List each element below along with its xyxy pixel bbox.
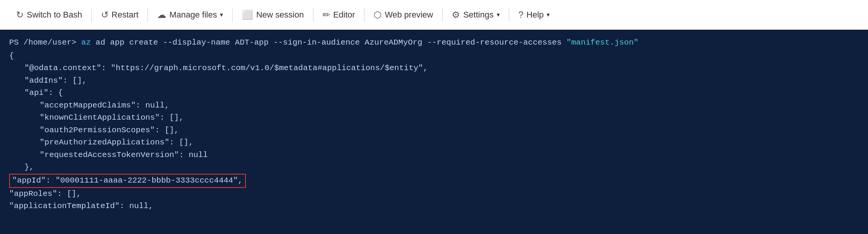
editor-button[interactable]: ✏ Editor	[314, 0, 363, 30]
editor-label: Editor	[333, 10, 355, 20]
json-appid-highlighted: "appId": "00001111-aaaa-2222-bbbb-3333cc…	[9, 174, 246, 188]
json-preauth: "preAuthorizedApplications": [],	[9, 136, 859, 149]
settings-chevron-icon: ▾	[497, 11, 500, 18]
new-session-button[interactable]: ⬜ New session	[233, 0, 312, 30]
json-known-client: "knownClientApplications": [],	[9, 112, 859, 124]
divider-5	[364, 7, 364, 22]
toolbar: ↻ Switch to Bash ↺ Restart ☁ Manage file…	[0, 0, 868, 30]
settings-icon: ⚙	[452, 10, 460, 20]
json-preauth-text: "preAuthorizedApplications": [],	[40, 138, 193, 147]
manage-files-button[interactable]: ☁ Manage files ▾	[149, 0, 231, 30]
prompt-file-arg: "manifest.json"	[566, 38, 639, 47]
editor-icon: ✏	[322, 10, 330, 20]
divider-2	[148, 7, 148, 22]
prompt-args: ad app create --display-name ADT-app --s…	[91, 38, 566, 47]
json-appid-line: "appId": "00001111-aaaa-2222-bbbb-3333cc…	[9, 174, 859, 188]
json-odata: "@odata.context": "https://graph.microso…	[9, 62, 859, 75]
json-approles-text: "appRoles": [],	[9, 189, 81, 198]
terminal[interactable]: PS /home/user> az ad app create --displa…	[0, 30, 868, 234]
settings-label: Settings	[463, 10, 494, 20]
divider-1	[91, 7, 92, 22]
switch-to-bash-button[interactable]: ↻ Switch to Bash	[8, 0, 91, 30]
switch-icon: ↻	[16, 10, 24, 20]
restart-button[interactable]: ↺ Restart	[93, 0, 147, 30]
web-preview-button[interactable]: ⬡ Web preview	[365, 0, 441, 30]
prompt-ps: PS /home/user>	[9, 38, 81, 47]
json-line-open-brace: {	[9, 50, 859, 63]
switch-bash-label: Switch to Bash	[27, 10, 82, 20]
json-app-template-id: "applicationTemplateId": null,	[9, 200, 859, 213]
json-api-text: "api": {	[24, 88, 63, 97]
divider-7	[509, 7, 509, 22]
restart-label: Restart	[112, 10, 139, 20]
help-button[interactable]: ? Help ▾	[510, 0, 558, 30]
help-icon: ?	[518, 10, 523, 20]
new-session-icon: ⬜	[242, 10, 253, 20]
restart-icon: ↺	[101, 10, 109, 20]
json-odata-text: "@odata.context": "https://graph.microso…	[24, 64, 428, 72]
json-api-close-text: },	[24, 163, 34, 171]
web-preview-label: Web preview	[385, 10, 433, 20]
json-api-close: },	[9, 161, 859, 174]
settings-button[interactable]: ⚙ Settings ▾	[443, 0, 508, 30]
json-addins-text: "addIns": [],	[24, 76, 87, 85]
json-api: "api": {	[9, 87, 859, 99]
json-app-template-id-text: "applicationTemplateId": null,	[9, 202, 153, 210]
command-line: PS /home/user> az ad app create --displa…	[9, 37, 859, 49]
json-requested-access: "requestedAccessTokenVersion": null	[9, 149, 859, 162]
json-known-client-text: "knownClientApplications": [],	[40, 113, 184, 122]
json-oauth2-text: "oauth2PermissionScopes": [],	[40, 126, 179, 135]
json-approles: "appRoles": [],	[9, 188, 859, 200]
json-oauth2: "oauth2PermissionScopes": [],	[9, 124, 859, 137]
divider-6	[442, 7, 443, 22]
manage-files-chevron-icon: ▾	[220, 11, 223, 18]
json-accept-mapped-text: "acceptMappedClaims": null,	[40, 101, 169, 110]
new-session-label: New session	[256, 10, 304, 20]
json-addins: "addIns": [],	[9, 75, 859, 87]
open-brace: {	[9, 51, 14, 60]
json-requested-access-text: "requestedAccessTokenVersion": null	[40, 151, 208, 159]
manage-files-icon: ☁	[157, 10, 166, 20]
prompt-cmd-az: az	[81, 38, 91, 47]
help-label: Help	[526, 10, 544, 20]
web-preview-icon: ⬡	[374, 10, 382, 20]
divider-4	[313, 7, 313, 22]
divider-3	[232, 7, 233, 22]
json-accept-mapped: "acceptMappedClaims": null,	[9, 99, 859, 112]
manage-files-label: Manage files	[169, 10, 217, 20]
help-chevron-icon: ▾	[547, 11, 550, 18]
